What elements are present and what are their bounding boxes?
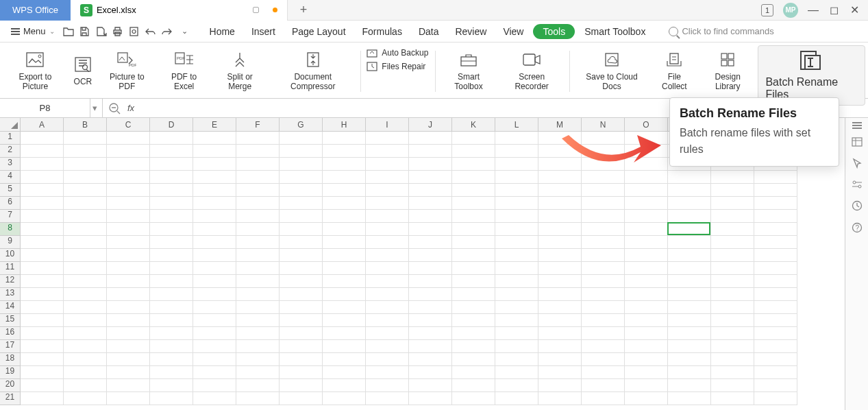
- cell[interactable]: [452, 327, 495, 340]
- cell[interactable]: [366, 366, 409, 379]
- cell[interactable]: [668, 327, 711, 340]
- cell[interactable]: [711, 171, 754, 184]
- cell[interactable]: [582, 275, 625, 288]
- cell[interactable]: [107, 236, 150, 249]
- cell[interactable]: [409, 301, 452, 314]
- row-header[interactable]: 10: [0, 249, 21, 262]
- cell[interactable]: [538, 262, 582, 275]
- column-header[interactable]: E: [193, 118, 236, 132]
- cell[interactable]: [280, 392, 323, 405]
- name-box[interactable]: P8 ▾: [0, 99, 103, 117]
- row-header[interactable]: 12: [0, 275, 21, 288]
- cell[interactable]: [625, 210, 668, 223]
- cell[interactable]: [193, 301, 236, 314]
- cell[interactable]: [150, 262, 193, 275]
- cell[interactable]: [452, 288, 495, 301]
- row-header[interactable]: 14: [0, 301, 21, 314]
- cell[interactable]: [495, 262, 538, 275]
- cell[interactable]: [236, 262, 280, 275]
- smart-toolbox-button[interactable]: Smart Toolbox: [440, 45, 497, 96]
- cell[interactable]: [452, 197, 495, 210]
- cell[interactable]: [21, 327, 64, 340]
- cell[interactable]: [64, 132, 107, 145]
- cell[interactable]: [582, 210, 625, 223]
- cell[interactable]: [538, 392, 582, 405]
- picture-to-pdf-button[interactable]: PDF Picture to PDF: [98, 45, 156, 96]
- column-header[interactable]: I: [366, 118, 409, 132]
- cell[interactable]: [21, 340, 64, 353]
- cell[interactable]: [366, 288, 409, 301]
- cell[interactable]: [64, 210, 107, 223]
- cell[interactable]: [150, 132, 193, 145]
- sidebar-table-icon[interactable]: [852, 137, 863, 147]
- cell[interactable]: [452, 184, 495, 197]
- cell[interactable]: [107, 379, 150, 392]
- cell[interactable]: [625, 249, 668, 262]
- column-header[interactable]: A: [21, 118, 64, 132]
- cell[interactable]: [193, 236, 236, 249]
- cell[interactable]: [107, 340, 150, 353]
- cell[interactable]: [150, 353, 193, 366]
- cell[interactable]: [366, 327, 409, 340]
- cell[interactable]: [107, 184, 150, 197]
- cell[interactable]: [236, 223, 280, 236]
- cell[interactable]: [452, 132, 495, 145]
- cell[interactable]: [280, 314, 323, 327]
- cell[interactable]: [538, 379, 582, 392]
- cell[interactable]: [193, 327, 236, 340]
- cell[interactable]: [409, 366, 452, 379]
- sidebar-history-icon[interactable]: [852, 200, 863, 211]
- cell[interactable]: [280, 275, 323, 288]
- cell[interactable]: [107, 158, 150, 171]
- cell[interactable]: [280, 340, 323, 353]
- row-header[interactable]: 13: [0, 288, 21, 301]
- cell[interactable]: [236, 301, 280, 314]
- column-header[interactable]: J: [409, 118, 452, 132]
- cell[interactable]: [193, 171, 236, 184]
- command-search[interactable]: Click to find commands: [669, 26, 773, 36]
- cell[interactable]: [409, 327, 452, 340]
- cell[interactable]: [193, 132, 236, 145]
- cell[interactable]: [625, 275, 668, 288]
- cell[interactable]: [754, 301, 797, 314]
- cell[interactable]: [668, 366, 711, 379]
- cell[interactable]: [236, 249, 280, 262]
- cell[interactable]: [582, 288, 625, 301]
- cell[interactable]: [64, 158, 107, 171]
- cell[interactable]: [236, 353, 280, 366]
- sidebar-help-icon[interactable]: ?: [852, 222, 863, 233]
- sidebar-select-icon[interactable]: [852, 158, 862, 169]
- cell[interactable]: [409, 223, 452, 236]
- cell[interactable]: [668, 340, 711, 353]
- cell[interactable]: [409, 314, 452, 327]
- cell[interactable]: [668, 249, 711, 262]
- sidebar-menu-icon[interactable]: [852, 125, 862, 126]
- cell[interactable]: [625, 340, 668, 353]
- cell[interactable]: [150, 223, 193, 236]
- cell[interactable]: [754, 197, 797, 210]
- file-collect-button[interactable]: File Collect: [652, 45, 697, 96]
- cell[interactable]: [21, 275, 64, 288]
- cell[interactable]: [280, 171, 323, 184]
- cell[interactable]: [107, 262, 150, 275]
- cell[interactable]: [21, 288, 64, 301]
- cell[interactable]: [711, 392, 754, 405]
- notification-badge[interactable]: 1: [761, 4, 773, 16]
- row-header[interactable]: 5: [0, 184, 21, 197]
- cell[interactable]: [582, 392, 625, 405]
- cell[interactable]: [452, 262, 495, 275]
- cell[interactable]: [64, 314, 107, 327]
- cell[interactable]: [323, 340, 366, 353]
- cell[interactable]: [323, 327, 366, 340]
- row-header[interactable]: 16: [0, 327, 21, 340]
- cell[interactable]: [323, 392, 366, 405]
- cell[interactable]: [754, 210, 797, 223]
- cell[interactable]: [452, 301, 495, 314]
- cell[interactable]: [538, 275, 582, 288]
- zoom-out-icon[interactable]: [108, 102, 121, 114]
- sidebar-settings-icon[interactable]: [852, 180, 863, 189]
- name-box-dropdown-icon[interactable]: ▾: [90, 99, 99, 117]
- cell[interactable]: [323, 132, 366, 145]
- cell[interactable]: [150, 158, 193, 171]
- cell[interactable]: [280, 366, 323, 379]
